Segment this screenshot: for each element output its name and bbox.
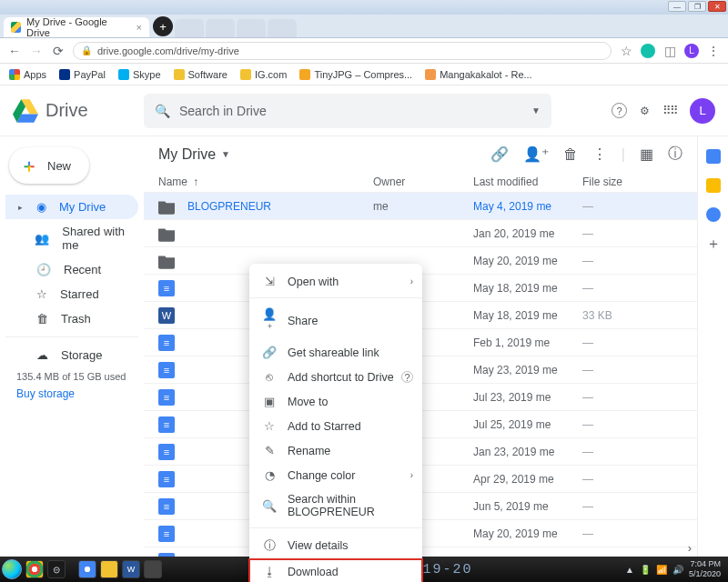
column-headers: Name ↑ Owner Last modified File size xyxy=(144,172,697,193)
gdoc-icon: ≡ xyxy=(158,498,175,515)
profile-avatar-icon[interactable]: L xyxy=(684,44,699,58)
extension-icon[interactable] xyxy=(641,44,655,58)
ctx-download[interactable]: ⭳Download xyxy=(249,559,422,582)
sidebar-item-storage[interactable]: ☁ Storage xyxy=(5,343,138,367)
tab-close-icon[interactable]: × xyxy=(136,22,142,33)
lock-icon: 🔒 xyxy=(81,45,92,55)
tray-battery-icon[interactable]: 🔋 xyxy=(640,565,651,575)
extension-icon[interactable]: ◫ xyxy=(662,44,677,58)
trash-icon: 🗑 xyxy=(36,312,48,326)
taskbar-app-word[interactable]: W xyxy=(122,560,140,578)
file-size: — xyxy=(582,527,655,540)
column-size[interactable]: File size xyxy=(582,176,655,188)
get-addons-button[interactable]: ＋ xyxy=(706,236,721,251)
file-modified: Jan 20, 2019 me xyxy=(473,227,582,240)
scroll-right-icon[interactable]: › xyxy=(688,541,692,555)
tray-volume-icon[interactable]: 🔊 xyxy=(672,565,683,575)
address-bar[interactable]: 🔒 drive.google.com/drive/my-drive xyxy=(73,42,612,60)
file-modified: Jul 25, 2019 me xyxy=(473,418,582,431)
settings-button[interactable]: ⚙ xyxy=(640,105,650,117)
ctx-add-star[interactable]: ☆Add to Starred xyxy=(249,414,422,438)
file-size: — xyxy=(582,227,655,240)
window-minimize-button[interactable]: — xyxy=(668,1,686,12)
taskbar-clock[interactable]: 7:04 PM 5/1/2020 xyxy=(689,559,724,579)
more-actions-button[interactable]: ⋮ xyxy=(592,146,607,163)
file-row[interactable]: Jan 20, 2019 me— xyxy=(144,220,697,247)
bookmark-manga[interactable]: Mangakakalot - Re... xyxy=(425,69,532,80)
new-button[interactable]: ＋ New xyxy=(9,147,89,184)
ctx-change-color[interactable]: ◔Change color› xyxy=(249,463,422,487)
account-avatar[interactable]: L xyxy=(690,98,715,124)
bookmark-tinyjpg[interactable]: TinyJPG – Compres... xyxy=(299,69,412,80)
breadcrumb-mydrive[interactable]: My Drive xyxy=(158,146,216,163)
sidebar-item-starred[interactable]: ☆ Starred xyxy=(5,282,138,306)
drive-logo[interactable]: Drive xyxy=(13,99,135,123)
bookmark-software[interactable]: Software xyxy=(174,69,228,80)
help-button[interactable]: ? xyxy=(612,103,627,118)
sidebar-item-trash[interactable]: 🗑 Trash xyxy=(5,306,138,331)
drive-brand-text: Drive xyxy=(46,100,88,121)
file-size: — xyxy=(582,336,655,349)
search-icon: 🔍 xyxy=(155,104,170,118)
search-input[interactable]: 🔍 Search in Drive ▼ xyxy=(144,94,551,128)
background-tab[interactable] xyxy=(268,19,297,37)
taskbar-app-chrome[interactable] xyxy=(25,560,44,578)
file-size: — xyxy=(582,446,655,458)
buy-storage-link[interactable]: Buy storage xyxy=(5,384,138,404)
start-button[interactable] xyxy=(0,557,24,581)
window-maximize-button[interactable]: ❐ xyxy=(688,1,706,12)
browser-tab-active[interactable]: My Drive - Google Drive × xyxy=(4,17,149,37)
bookmark-paypal[interactable]: PayPal xyxy=(59,69,106,80)
nav-reload-button[interactable]: ⟳ xyxy=(51,44,66,58)
apps-grid-button[interactable]: ⠿⠿ xyxy=(662,104,677,117)
ctx-rename[interactable]: ✎Rename xyxy=(249,438,422,463)
bookmark-apps[interactable]: Apps xyxy=(9,69,46,80)
chevron-down-icon[interactable]: ▼ xyxy=(221,149,230,159)
context-menu: ⇲Open with› 👤⁺Share 🔗Get shareable link … xyxy=(249,264,422,582)
bookmark-star-icon[interactable]: ☆ xyxy=(619,44,633,58)
nav-forward-button[interactable]: → xyxy=(29,44,44,58)
background-tab[interactable] xyxy=(206,19,235,37)
gdoc-icon: ≡ xyxy=(158,362,175,378)
sidebar-item-shared[interactable]: 👥 Shared with me xyxy=(5,219,138,257)
tasks-addon-button[interactable] xyxy=(706,207,721,222)
ctx-move-to[interactable]: ▣Move to xyxy=(249,389,422,414)
ctx-open-with[interactable]: ⇲Open with› xyxy=(249,269,422,294)
column-name[interactable]: Name ↑ xyxy=(158,176,373,188)
ctx-add-shortcut[interactable]: ⎋Add shortcut to Drive? xyxy=(249,365,422,389)
bookmark-ig[interactable]: IG.com xyxy=(240,69,287,80)
grid-view-button[interactable]: ▦ xyxy=(640,146,653,163)
trash-button[interactable]: 🗑 xyxy=(563,146,578,163)
new-tab-button[interactable]: + xyxy=(153,16,173,36)
column-owner[interactable]: Owner xyxy=(373,176,473,188)
keep-addon-button[interactable] xyxy=(706,178,721,193)
ctx-get-link[interactable]: 🔗Get shareable link xyxy=(249,340,422,365)
calendar-addon-button[interactable] xyxy=(706,149,721,164)
browser-menu-button[interactable]: ⋮ xyxy=(706,44,721,58)
sidebar-item-recent[interactable]: 🕘 Recent xyxy=(5,257,138,282)
taskbar-app[interactable] xyxy=(144,560,162,578)
bookmark-skype[interactable]: Skype xyxy=(118,69,161,80)
sidebar-item-mydrive[interactable]: ▸ ◉ My Drive xyxy=(5,195,138,219)
column-modified[interactable]: Last modified xyxy=(473,176,582,188)
nav-back-button[interactable]: ← xyxy=(7,44,22,58)
ctx-view-details[interactable]: ⓘView details xyxy=(249,532,422,559)
ctx-share[interactable]: 👤⁺Share xyxy=(249,302,422,340)
search-options-icon[interactable]: ▼ xyxy=(531,105,541,115)
background-tab[interactable] xyxy=(237,19,266,37)
help-icon: ? xyxy=(401,371,413,383)
share-button[interactable]: 👤⁺ xyxy=(523,146,549,163)
get-link-button[interactable]: 🔗 xyxy=(490,146,509,163)
file-row[interactable]: BLOGPRENEURmeMay 4, 2019 me— xyxy=(144,193,697,220)
taskbar-app[interactable]: ⊝ xyxy=(47,560,66,578)
pencil-icon: ✎ xyxy=(262,444,277,457)
background-tab[interactable] xyxy=(175,19,204,37)
tray-network-icon[interactable]: 📶 xyxy=(656,565,667,575)
taskbar-app[interactable] xyxy=(78,560,96,578)
tray-icon[interactable]: ▲ xyxy=(625,565,634,575)
bookmarks-bar: Apps PayPal Skype Software IG.com TinyJP… xyxy=(0,64,728,85)
ctx-search-within[interactable]: 🔍Search within BLOGPRENEUR xyxy=(249,487,422,524)
window-close-button[interactable]: ✕ xyxy=(708,1,726,12)
taskbar-app-explorer[interactable] xyxy=(100,560,118,578)
view-details-button[interactable]: ⓘ xyxy=(668,145,682,164)
